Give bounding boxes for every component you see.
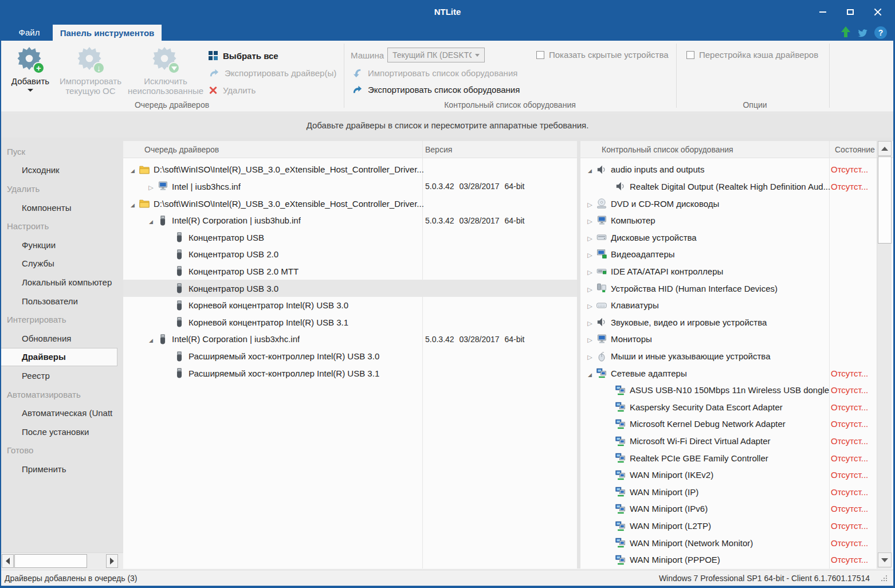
sidebar-item-drivers[interactable]: Драйверы: [0, 348, 117, 367]
hardware-row[interactable]: Видеоадаптеры: [580, 246, 876, 263]
horizontal-scroll-thumb[interactable]: [14, 554, 87, 568]
hardware-row[interactable]: Компьютер: [580, 212, 876, 229]
expand-icon[interactable]: [585, 369, 595, 378]
network-adapter-icon: [614, 469, 626, 481]
hardware-row[interactable]: WAN Miniport (Network Monitor) Отсутст..…: [580, 534, 876, 551]
sidebar-item-local-machine[interactable]: Локальный компьютер: [0, 273, 123, 292]
collapse-icon[interactable]: [585, 215, 595, 225]
hardware-row[interactable]: WAN Miniport (IP) Отсутст...: [580, 484, 876, 501]
hardware-row[interactable]: audio inputs and outputs Отсутст...: [580, 161, 876, 178]
hardware-row[interactable]: Клавиатуры: [580, 297, 876, 314]
maximize-button[interactable]: [837, 0, 864, 24]
driver-row[interactable]: D:\soft\WinISO\Intel(R)_USB_3.0_eXtensib…: [123, 161, 577, 178]
resize-grip-icon[interactable]: [881, 575, 887, 581]
collapse-icon[interactable]: [146, 182, 156, 191]
sidebar-item-updates[interactable]: Обновления: [0, 329, 123, 348]
show-hidden-devices-checkbox[interactable]: Показать скрытые устройства: [536, 50, 669, 60]
hardware-row[interactable]: DVD и CD-ROM дисководы: [580, 195, 876, 212]
hardware-row[interactable]: Realtek PCIe GBE Family Controller Отсут…: [580, 449, 876, 467]
sidebar-item-registry[interactable]: Реестр: [0, 366, 123, 385]
import-current-os-button[interactable]: ↓ Импортироватьтекущую ОС: [56, 46, 125, 96]
expand-icon[interactable]: [128, 199, 138, 209]
sidebar-item-unattended[interactable]: Автоматическая (Unatt: [0, 403, 123, 422]
scroll-up-button[interactable]: [878, 141, 892, 156]
collapse-icon[interactable]: [585, 199, 595, 209]
export-hardware-list-button[interactable]: Экспортировать список оборудования: [352, 83, 520, 96]
collapse-icon[interactable]: [585, 233, 595, 242]
driver-row[interactable]: Intel(R) Corporation | iusb3hub.inf 5.0.…: [123, 212, 577, 229]
sidebar-item-users[interactable]: Пользователи: [0, 292, 123, 311]
collapse-icon[interactable]: [585, 284, 595, 293]
hardware-row[interactable]: Мониторы: [580, 331, 876, 348]
sidebar-item-post-setup[interactable]: После установки: [0, 422, 123, 441]
vertical-scroll-thumb[interactable]: [878, 156, 892, 244]
rebuild-driver-cache-checkbox[interactable]: Перестройка кэша драйверов: [686, 50, 818, 60]
hardware-row[interactable]: Сетевые адаптеры Отсутст...: [580, 364, 876, 382]
driver-row-selected[interactable]: Концентратор USB 3.0: [123, 280, 577, 297]
driver-row[interactable]: Концентратор USB 2.0 MTT: [123, 263, 577, 280]
hardware-row[interactable]: Microsoft Kernel Debug Network Adapter О…: [580, 415, 876, 433]
hardware-row[interactable]: Звуковые, видео и игровые устройства: [580, 313, 876, 331]
collapse-icon[interactable]: [585, 266, 595, 276]
column-header-status[interactable]: Состояние: [835, 145, 875, 154]
driver-row[interactable]: Корневой концентратор Intel(R) USB 3.0: [123, 297, 577, 314]
tab-file[interactable]: Файл: [7, 24, 52, 41]
exclude-unused-button[interactable]: Исключитьнеиспользованные: [125, 46, 206, 96]
driver-row[interactable]: Корневой концентратор Intel(R) USB 3.1: [123, 313, 577, 331]
sidebar-item-source[interactable]: Исходник: [0, 161, 123, 180]
hardware-row[interactable]: Устройства HID (Human Interface Devices): [580, 280, 876, 297]
column-header-version[interactable]: Версия: [425, 145, 452, 154]
driver-row[interactable]: D:\soft\WinISO\Intel(R)_USB_3.0_eXtensib…: [123, 195, 577, 212]
collapse-icon[interactable]: [585, 317, 595, 327]
column-header-hardware[interactable]: Контрольный список оборудования: [602, 145, 733, 154]
add-driver-button[interactable]: + Добавить: [5, 46, 56, 92]
hardware-row[interactable]: IDE ATA/ATAPI контроллеры: [580, 263, 876, 280]
hardware-row[interactable]: WAN Miniport (PPPOE) Отсутст...: [580, 551, 876, 569]
driver-row[interactable]: Концентратор USB: [123, 229, 577, 246]
expand-icon[interactable]: [128, 164, 138, 174]
scroll-left-button[interactable]: [2, 554, 14, 568]
machine-dropdown[interactable]: Текущий ПК (DESKTC: [387, 48, 485, 62]
column-header-queue[interactable]: Очередь драйверов: [144, 145, 219, 154]
hardware-row[interactable]: Мыши и иные указывающие устройства: [580, 348, 876, 365]
minimize-button[interactable]: [809, 0, 837, 24]
scroll-right-button[interactable]: [106, 554, 118, 568]
export-drivers-button[interactable]: Экспортировать драйвер(ы): [209, 66, 336, 79]
update-arrow-icon[interactable]: [841, 26, 851, 39]
expand-icon[interactable]: [146, 215, 156, 225]
driver-row[interactable]: Intel(R) Corporation | iusb3xhc.inf 5.0.…: [123, 331, 577, 348]
driver-row[interactable]: Концентратор USB 2.0: [123, 246, 577, 263]
driver-row[interactable]: Расширяемый хост-контроллер Intel(R) USB…: [123, 364, 577, 382]
sidebar-item-services[interactable]: Службы: [0, 254, 123, 273]
hardware-row[interactable]: Kaspersky Security Data Escort Adapter О…: [580, 399, 876, 416]
twitter-icon[interactable]: [857, 28, 868, 38]
collapse-icon[interactable]: [585, 334, 595, 344]
hardware-row[interactable]: WAN Miniport (IPv6) Отсутст...: [580, 500, 876, 518]
sidebar-item-apply[interactable]: Применить: [0, 460, 123, 479]
collapse-icon[interactable]: [585, 300, 595, 310]
group-separator: [676, 44, 677, 108]
hardware-row[interactable]: Realtek Digital Output (Realtek High Def…: [580, 178, 876, 195]
close-button[interactable]: [864, 0, 892, 24]
expand-icon[interactable]: [146, 334, 156, 344]
collapse-icon[interactable]: [585, 249, 595, 259]
sidebar-item-components[interactable]: Компоненты: [0, 198, 123, 217]
select-all-button[interactable]: Выбрать все: [209, 49, 278, 62]
hardware-row[interactable]: Microsoft Wi-Fi Direct Virtual Adapter О…: [580, 433, 876, 450]
collapse-icon[interactable]: [585, 351, 595, 361]
driver-row[interactable]: Расширяемый хост-контроллер Intel(R) USB…: [123, 348, 577, 365]
help-icon[interactable]: [874, 26, 887, 39]
hardware-label: Realtek Digital Output (Realtek High Def…: [630, 182, 830, 191]
hardware-row[interactable]: ASUS USB-N10 150Mbps 11n Wireless USB do…: [580, 382, 876, 399]
driver-version: 5.0.3.42 03/28/2017 64-bit: [425, 182, 524, 191]
hardware-row[interactable]: Дисковые устройства: [580, 229, 876, 246]
driver-row[interactable]: Intel | iusb3hcs.inf 5.0.3.42 03/28/2017…: [123, 178, 577, 195]
expand-icon[interactable]: [585, 164, 595, 174]
scroll-down-button[interactable]: [878, 552, 892, 567]
import-hardware-list-button[interactable]: Импортировать список оборудования: [352, 66, 517, 79]
delete-button[interactable]: Удалить: [209, 84, 256, 96]
tab-toolbar[interactable]: Панель инструментов: [53, 25, 162, 41]
sidebar-item-features[interactable]: Функции: [0, 236, 123, 254]
hardware-row[interactable]: WAN Miniport (IKEv2) Отсутст...: [580, 467, 876, 484]
hardware-row[interactable]: WAN Miniport (L2TP) Отсутст...: [580, 518, 876, 535]
